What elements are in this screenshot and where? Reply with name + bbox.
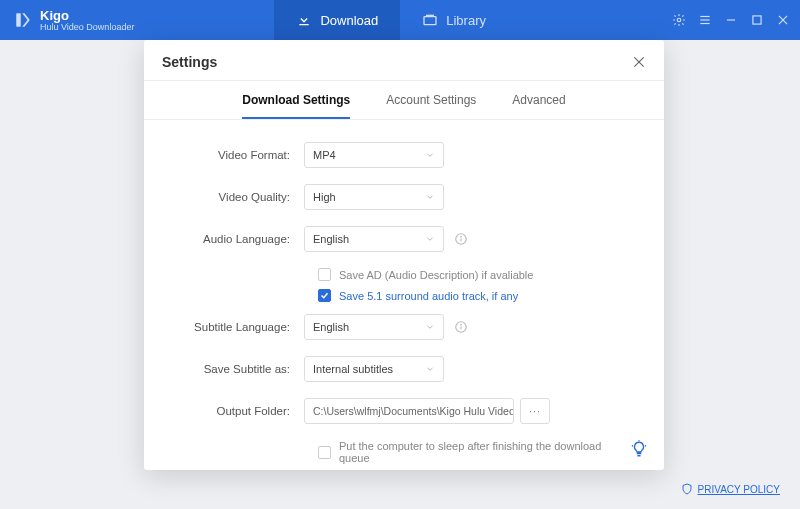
chevron-down-icon — [425, 234, 435, 244]
check-save-ad[interactable]: Save AD (Audio Description) if avaliable — [318, 268, 634, 281]
checkbox-save-surround[interactable] — [318, 289, 331, 302]
svg-rect-0 — [16, 13, 21, 27]
label-video-format: Video Format: — [174, 149, 304, 161]
svg-point-15 — [461, 236, 462, 237]
label-save-subtitle-as: Save Subtitle as: — [174, 363, 304, 375]
tab-account-settings[interactable]: Account Settings — [386, 93, 476, 119]
modal-header: Settings — [144, 40, 664, 81]
select-save-subtitle-as[interactable]: Internal subtitles — [304, 356, 444, 382]
check-sleep-after-label: Put the computer to sleep after finishin… — [339, 440, 634, 464]
svg-rect-2 — [426, 15, 434, 16]
select-subtitle-language-value: English — [313, 321, 349, 333]
label-subtitle-language: Subtitle Language: — [174, 321, 304, 333]
chevron-down-icon — [425, 322, 435, 332]
select-video-quality[interactable]: High — [304, 184, 444, 210]
lightbulb-icon[interactable] — [630, 440, 648, 458]
minimize-icon[interactable] — [724, 13, 738, 27]
checkbox-save-ad[interactable] — [318, 268, 331, 281]
svg-rect-8 — [753, 16, 761, 24]
chevron-down-icon — [425, 192, 435, 202]
window-controls — [672, 13, 800, 27]
settings-modal: Settings Download Settings Account Setti… — [144, 40, 664, 470]
privacy-policy-label: PRIVACY POLICY — [698, 484, 780, 495]
menu-icon[interactable] — [698, 13, 712, 27]
main-nav: Download Library — [274, 0, 508, 40]
shield-icon — [681, 483, 693, 495]
tab-advanced[interactable]: Advanced — [512, 93, 565, 119]
label-video-quality: Video Quality: — [174, 191, 304, 203]
close-icon[interactable] — [632, 55, 646, 69]
svg-rect-1 — [424, 17, 436, 25]
tab-download-settings[interactable]: Download Settings — [242, 93, 350, 119]
check-save-ad-label: Save AD (Audio Description) if avaliable — [339, 269, 533, 281]
maximize-icon[interactable] — [750, 13, 764, 27]
privacy-policy-link[interactable]: PRIVACY POLICY — [681, 483, 780, 495]
info-icon[interactable] — [454, 232, 468, 246]
nav-download-label: Download — [320, 13, 378, 28]
brand-subtitle: Hulu Video Downloader — [40, 23, 134, 32]
check-save-surround-label: Save 5.1 surround audio track, if any — [339, 290, 518, 302]
close-window-icon[interactable] — [776, 13, 790, 27]
select-video-format-value: MP4 — [313, 149, 336, 161]
output-folder-value: C:\Users\wlfmj\Documents\Kigo Hulu Video… — [313, 405, 514, 417]
nav-library[interactable]: Library — [400, 0, 508, 40]
label-output-folder: Output Folder: — [174, 405, 304, 417]
select-audio-language-value: English — [313, 233, 349, 245]
select-video-quality-value: High — [313, 191, 336, 203]
svg-point-18 — [461, 324, 462, 325]
brand-logo-icon — [14, 11, 32, 29]
svg-point-3 — [677, 18, 681, 22]
titlebar: Kigo Hulu Video Downloader Download Libr… — [0, 0, 800, 40]
brand-title: Kigo — [40, 9, 134, 22]
output-folder-input[interactable]: C:\Users\wlfmj\Documents\Kigo Hulu Video… — [304, 398, 514, 424]
select-save-subtitle-as-value: Internal subtitles — [313, 363, 393, 375]
nav-library-label: Library — [446, 13, 486, 28]
settings-tabs: Download Settings Account Settings Advan… — [144, 81, 664, 120]
brand: Kigo Hulu Video Downloader — [0, 9, 134, 32]
chevron-down-icon — [425, 364, 435, 374]
select-audio-language[interactable]: English — [304, 226, 444, 252]
label-audio-language: Audio Language: — [174, 233, 304, 245]
settings-form: Video Format: MP4 Video Quality: High Au… — [144, 120, 664, 470]
download-icon — [296, 12, 312, 28]
chevron-down-icon — [425, 150, 435, 160]
info-icon[interactable] — [454, 320, 468, 334]
browse-button[interactable]: ··· — [520, 398, 550, 424]
select-video-format[interactable]: MP4 — [304, 142, 444, 168]
select-subtitle-language[interactable]: English — [304, 314, 444, 340]
modal-title: Settings — [162, 54, 217, 70]
checkbox-sleep-after[interactable] — [318, 446, 331, 459]
nav-download[interactable]: Download — [274, 0, 400, 40]
check-sleep-after[interactable]: Put the computer to sleep after finishin… — [318, 440, 634, 464]
library-icon — [422, 12, 438, 28]
settings-gear-icon[interactable] — [672, 13, 686, 27]
check-save-surround[interactable]: Save 5.1 surround audio track, if any — [318, 289, 634, 302]
